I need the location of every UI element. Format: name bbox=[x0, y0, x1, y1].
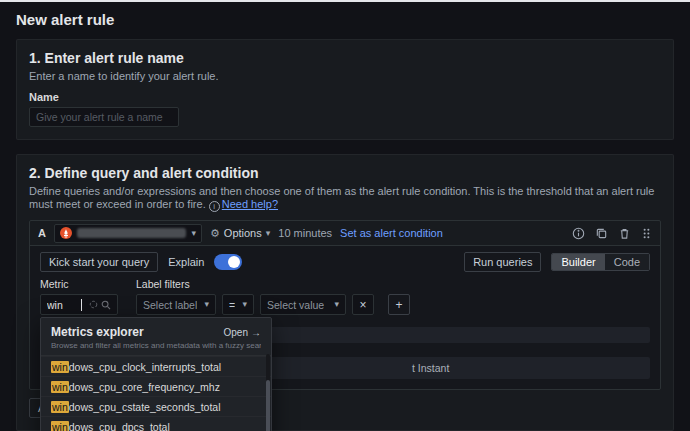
query-card: A ▾ ⚙ Options ▾ 10 minutes Set as alert … bbox=[29, 220, 661, 390]
chevron-down-icon: ▾ bbox=[242, 300, 247, 309]
chevron-down-icon: ▾ bbox=[191, 229, 196, 238]
metric-option[interactable]: windows_cpu_core_frequency_mhz bbox=[41, 376, 271, 396]
metric-search-input[interactable] bbox=[47, 299, 77, 311]
metric-field: Metric Metrics explorer bbox=[40, 278, 118, 315]
name-label: Name bbox=[29, 91, 661, 103]
step2-title: 2. Define query and alert condition bbox=[29, 165, 661, 181]
drag-handle-icon[interactable] bbox=[641, 227, 652, 240]
datasource-picker[interactable]: ▾ bbox=[54, 224, 202, 243]
explain-label: Explain bbox=[168, 256, 204, 268]
prometheus-icon bbox=[60, 227, 72, 239]
step1-title: 1. Enter alert rule name bbox=[29, 50, 661, 66]
top-divider bbox=[0, 0, 690, 2]
text-cursor bbox=[81, 299, 82, 311]
gear-icon: ⚙ bbox=[210, 227, 220, 240]
loading-spinner-icon bbox=[89, 300, 98, 309]
search-icon bbox=[101, 300, 111, 310]
explain-toggle[interactable] bbox=[214, 254, 242, 270]
toolbar-right: Run queries Builder Code bbox=[464, 252, 650, 272]
query-ref-id[interactable]: A bbox=[38, 227, 46, 239]
metric-option[interactable]: windows_cpu_clock_interrupts_total bbox=[41, 356, 271, 376]
query-options-button[interactable]: ⚙ Options ▾ bbox=[210, 227, 270, 240]
step2-card: 2. Define query and alert condition Defi… bbox=[16, 154, 674, 431]
metric-option[interactable]: windows_cpu_cstate_seconds_total bbox=[41, 396, 271, 416]
metric-option[interactable]: windows_cpu_dpcs_total bbox=[41, 416, 271, 431]
query-header: A ▾ ⚙ Options ▾ 10 minutes Set as alert … bbox=[30, 221, 660, 245]
query-editor: Kick start your query Explain Run querie… bbox=[30, 245, 660, 389]
select-value-dropdown[interactable]: Select value ▾ bbox=[260, 294, 346, 315]
step2-description: Define queries and/or expressions and th… bbox=[29, 185, 661, 212]
delete-query-icon[interactable] bbox=[618, 227, 631, 240]
metrics-explorer-title: Metrics explorer bbox=[51, 325, 144, 339]
page-title: New alert rule bbox=[16, 11, 674, 28]
metrics-explorer-dropdown: Metrics explorer Open → Browse and filte… bbox=[40, 317, 272, 431]
need-help-link[interactable]: Need help? bbox=[222, 198, 278, 210]
metrics-explorer-subtitle: Browse and filter all metrics and metada… bbox=[51, 341, 261, 350]
datasource-name-redacted bbox=[77, 228, 186, 238]
chevron-down-icon: ▾ bbox=[266, 229, 271, 238]
chevron-down-icon: ▾ bbox=[204, 300, 209, 309]
info-icon: i bbox=[209, 201, 220, 212]
metrics-explorer-header: Metrics explorer Open → Browse and filte… bbox=[41, 318, 271, 356]
remove-filter-button[interactable]: × bbox=[352, 294, 374, 315]
editor-mode-switch: Builder Code bbox=[551, 253, 650, 271]
options-summary-partial: t Instant bbox=[412, 362, 449, 374]
select-label-dropdown[interactable]: Select label ▾ bbox=[136, 294, 216, 315]
kick-start-button[interactable]: Kick start your query bbox=[40, 252, 158, 272]
metric-area: Metric Metrics explorer bbox=[40, 278, 650, 315]
chevron-down-icon: ▾ bbox=[334, 300, 339, 309]
label-filters-field: Label filters Select label ▾ = ▾ Select … bbox=[136, 278, 410, 315]
step1-card: 1. Enter alert rule name Enter a name to… bbox=[16, 39, 674, 140]
mode-builder[interactable]: Builder bbox=[552, 254, 604, 270]
metric-combobox[interactable] bbox=[40, 294, 118, 315]
label-filters-controls: Select label ▾ = ▾ Select value ▾ × + bbox=[136, 294, 410, 315]
arrow-right-icon: → bbox=[251, 327, 261, 338]
metrics-explorer-open-link[interactable]: Open → bbox=[224, 327, 261, 338]
dropdown-scrollbar-thumb[interactable] bbox=[266, 380, 270, 431]
mode-code[interactable]: Code bbox=[605, 254, 649, 270]
run-queries-button[interactable]: Run queries bbox=[464, 252, 541, 272]
query-toolbar: Kick start your query Explain Run querie… bbox=[40, 252, 650, 272]
alert-name-input[interactable] bbox=[29, 107, 179, 127]
set-alert-condition-link[interactable]: Set as alert condition bbox=[340, 227, 443, 239]
duplicate-query-icon[interactable] bbox=[595, 227, 608, 240]
query-header-actions bbox=[572, 227, 652, 240]
info-circle-icon[interactable] bbox=[572, 227, 585, 240]
step1-description: Enter a name to identify your alert rule… bbox=[29, 70, 661, 83]
metric-label: Metric bbox=[40, 278, 118, 290]
operator-dropdown[interactable]: = ▾ bbox=[222, 294, 254, 315]
label-filters-label: Label filters bbox=[136, 278, 410, 290]
query-time-range: 10 minutes bbox=[278, 227, 332, 239]
add-filter-button[interactable]: + bbox=[388, 294, 410, 315]
metrics-list: windows_cpu_clock_interrupts_totalwindow… bbox=[41, 356, 271, 431]
